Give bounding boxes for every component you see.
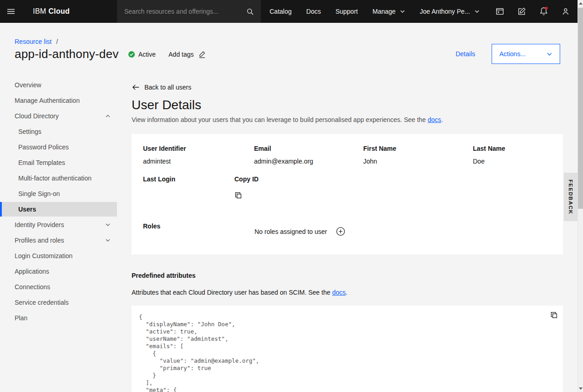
sidebar-item-settings[interactable]: Settings: [0, 124, 117, 139]
field-value: admintest: [143, 158, 254, 165]
field-label: User Identifier: [143, 145, 254, 152]
user-details-card: User Identifier admintest Email admin@ex…: [132, 134, 563, 254]
nav-catalog[interactable]: Catalog: [262, 0, 299, 23]
details-link[interactable]: Details: [456, 50, 475, 58]
section-title: User Details: [132, 97, 563, 113]
roles-row: Roles No roles assigned to user: [143, 223, 552, 236]
sidebar-item-cloud-directory[interactable]: Cloud Directory: [0, 109, 117, 123]
nav-account-menu[interactable]: Joe Anthony Pe...: [413, 0, 487, 23]
copy-icon: [234, 191, 242, 199]
sidebar-item-profiles-and-roles[interactable]: Profiles and roles: [0, 233, 117, 248]
breadcrumb: Resource list /: [15, 38, 58, 45]
sidebar-item-email-templates[interactable]: Email Templates: [0, 155, 117, 170]
chevron-down-icon: [474, 9, 480, 14]
copy-icon: [550, 311, 558, 319]
copy-id-label: Copy ID: [234, 176, 259, 183]
sidebar-item-service-credentials[interactable]: Service credentials: [0, 295, 117, 310]
actions-dropdown[interactable]: Actions...: [492, 44, 560, 64]
sidebar-item-applications[interactable]: Applications: [0, 264, 117, 279]
field-label: Email: [254, 145, 363, 152]
field-value: John: [363, 158, 473, 165]
profile-button[interactable]: [555, 0, 577, 23]
code-line: "value": "admin@example.org",: [139, 357, 556, 365]
chevron-up-icon: [104, 112, 111, 120]
field-label: First Name: [363, 145, 473, 152]
chevron-down-icon: [400, 9, 405, 14]
nav-support[interactable]: Support: [328, 0, 365, 23]
scim-json-snippet: { "displayName": "John Doe", "active": t…: [132, 306, 563, 392]
web-terminal-button[interactable]: [489, 0, 511, 23]
code-line: {: [139, 350, 556, 357]
hamburger-icon: [6, 7, 16, 16]
no-roles-text: No roles assigned to user: [254, 228, 327, 235]
notifications-button[interactable]: [533, 0, 555, 23]
predefined-attributes-description: Attributes that each Cloud Directory use…: [132, 289, 563, 296]
edit-feedback-button[interactable]: [511, 0, 533, 23]
field-email: Email admin@example.org: [254, 145, 363, 165]
menu-icon[interactable]: [0, 0, 22, 23]
edit-pencil-icon: [198, 50, 206, 58]
brand-cloud: Cloud: [48, 7, 69, 16]
nav-manage-menu[interactable]: Manage: [365, 0, 413, 23]
status-label: Active: [138, 51, 156, 58]
code-line: "primary": true: [139, 365, 556, 372]
code-line: "meta": {: [139, 387, 556, 392]
feedback-tab[interactable]: FEEDBACK: [564, 173, 578, 221]
ibm-cloud-console: IBM Cloud Catalog Docs Support Manage Jo…: [0, 0, 583, 392]
sidebar-item-manage-authentication[interactable]: Manage Authentication: [0, 93, 117, 108]
sidebar-item-single-sign-on[interactable]: Single Sign-on: [0, 186, 117, 201]
search-input[interactable]: [117, 0, 239, 23]
field-label: Last Name: [473, 145, 552, 152]
check-circle-icon: [128, 51, 135, 58]
header-nav: Catalog Docs Support Manage Joe Anthony …: [262, 0, 487, 23]
scrollbar-up-arrow-icon[interactable]: [579, 2, 583, 5]
sidebar-item-users[interactable]: Users: [0, 202, 117, 217]
resource-page-header: Resource list / app-id-anthony-dev Activ…: [0, 23, 583, 78]
last-login-label: Last Login: [143, 176, 234, 201]
code-line: }: [139, 372, 556, 379]
user-fields-row: User Identifier admintest Email admin@ex…: [143, 145, 552, 165]
plus-circle-icon: [336, 227, 345, 236]
nav-docs[interactable]: Docs: [299, 0, 328, 23]
page-title: app-id-anthony-dev: [15, 47, 119, 61]
breadcrumb-resource-list[interactable]: Resource list: [15, 38, 52, 45]
page-scrollbar[interactable]: [578, 0, 583, 392]
arrow-left-icon: [132, 83, 140, 91]
edit-icon: [517, 7, 526, 16]
section-description: View information about your users that y…: [132, 116, 563, 123]
login-copy-row: Last Login Copy ID: [143, 176, 552, 201]
roles-empty-state: No roles assigned to user: [254, 227, 345, 236]
breadcrumb-separator: /: [56, 38, 58, 45]
field-value: admin@example.org: [254, 158, 363, 165]
global-search: [117, 0, 261, 23]
copy-snippet-button[interactable]: [550, 311, 558, 320]
sidebar-item-connections[interactable]: Connections: [0, 280, 117, 294]
roles-label: Roles: [143, 223, 254, 230]
docs-link[interactable]: docs: [332, 289, 346, 296]
sidebar-item-plan[interactable]: Plan: [0, 311, 117, 325]
predefined-attributes-title: Predefined attributes: [132, 272, 563, 279]
add-role-button[interactable]: [336, 227, 345, 236]
header-icon-buttons: [489, 0, 577, 23]
search-button[interactable]: [239, 0, 261, 23]
copy-id-button[interactable]: [234, 191, 242, 201]
sidebar-item-multi-factor-authentication[interactable]: Multi-factor authentication: [0, 171, 117, 185]
scrollbar-thumb[interactable]: [578, 8, 583, 209]
field-value: Doe: [473, 158, 552, 165]
resource-title-row: app-id-anthony-dev Active Add tags: [15, 47, 206, 61]
back-to-all-users-link[interactable]: Back to all users: [132, 83, 191, 91]
sidebar-item-password-polices[interactable]: Password Polices: [0, 140, 117, 154]
add-tags-button[interactable]: Add tags: [169, 50, 206, 58]
notification-dot: [545, 7, 548, 10]
code-line: "userName": "admintest",: [139, 335, 556, 343]
notification-bell-icon: [539, 6, 549, 16]
scrollbar-down-arrow-icon[interactable]: [579, 387, 583, 390]
ibm-cloud-logo[interactable]: IBM Cloud: [33, 0, 69, 23]
sidebar-item-identity-providers[interactable]: Identity Providers: [0, 217, 117, 232]
brand-ibm: IBM: [33, 7, 46, 16]
code-line: "emails": [: [139, 343, 556, 350]
docs-link[interactable]: docs: [428, 116, 441, 123]
sidebar-item-login-customization[interactable]: Login Customization: [0, 249, 117, 263]
sidebar-item-overview[interactable]: Overview: [0, 78, 117, 92]
page-header-actions: Details Actions...: [456, 44, 560, 64]
